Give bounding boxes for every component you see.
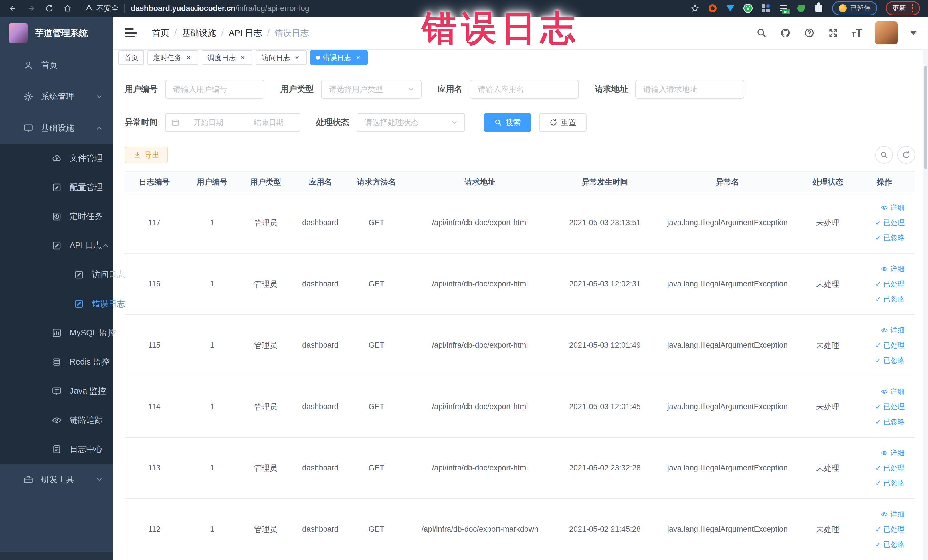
sidebar-item[interactable]: 访问日志 — [0, 260, 113, 289]
breadcrumb-infra[interactable]: 基础设施 — [182, 27, 216, 39]
sidebar-item[interactable]: Java 监控 — [0, 377, 113, 406]
tag-tab[interactable]: 首页 × — [118, 50, 144, 65]
sidebar-item[interactable]: 日志中心 — [0, 435, 113, 464]
breadcrumb-home[interactable]: 首页 — [152, 27, 169, 39]
table-row[interactable]: 115 1 管理员 dashboard GET /api/infra/db-do… — [125, 315, 915, 376]
address-bar[interactable]: dashboard.yudao.iocoder.cn/infra/log/api… — [131, 4, 309, 13]
search-button[interactable]: 搜索 — [484, 113, 531, 132]
user-menu-caret-icon[interactable] — [910, 31, 917, 35]
table-row[interactable]: 112 1 管理员 dashboard GET /api/infra/db-do… — [125, 499, 915, 560]
cell-user-type: 管理员 — [240, 463, 292, 473]
close-icon[interactable]: × — [239, 53, 247, 62]
processed-link[interactable]: ✓已处理 — [875, 402, 905, 411]
chart-icon — [51, 328, 62, 338]
kebab-menu-icon[interactable] — [912, 4, 913, 12]
ext-v-icon[interactable]: V — [743, 3, 753, 13]
detail-link[interactable]: 详细 — [881, 325, 905, 335]
processed-link[interactable]: ✓已处理 — [875, 525, 905, 534]
tag-tab[interactable]: 访问日志 × — [256, 50, 307, 65]
sidebar-item[interactable]: MySQL 监控 — [0, 318, 113, 348]
sidebar-item[interactable]: 文件管理 — [0, 144, 113, 173]
forward-icon[interactable] — [26, 3, 36, 13]
ext-shield-icon[interactable] — [725, 3, 735, 13]
process-status-select[interactable]: 请选择处理状态 — [357, 113, 465, 132]
home-icon[interactable] — [63, 3, 72, 13]
table-row[interactable]: 113 1 管理员 dashboard GET /api/infra/db-do… — [125, 438, 915, 499]
ext-orange-ring-icon[interactable] — [708, 3, 717, 13]
user-id-input[interactable] — [165, 80, 264, 99]
date-range-picker[interactable]: 开始日期 - 结束日期 — [165, 113, 300, 132]
export-button-label: 导出 — [145, 150, 159, 160]
table-row[interactable]: 114 1 管理员 dashboard GET /api/infra/db-do… — [125, 376, 915, 438]
github-icon[interactable] — [780, 27, 791, 38]
breadcrumb-api-log[interactable]: API 日志 — [229, 27, 262, 39]
sidebar-item[interactable]: 链路追踪 — [0, 406, 113, 435]
back-icon[interactable] — [8, 3, 18, 13]
sidebar-item[interactable]: 系统管理 — [0, 81, 113, 112]
close-icon[interactable]: × — [293, 53, 301, 62]
sidebar-item[interactable]: 定时任务 — [0, 202, 113, 231]
app-name-input[interactable] — [470, 80, 579, 99]
app-logo[interactable]: 芋道管理系统 — [0, 17, 113, 50]
cell-request-url: /api/infra/db-doc/export-html — [404, 218, 556, 227]
reload-icon[interactable] — [44, 3, 54, 13]
cell-exception-time: 2021-05-02 21:45:28 — [556, 525, 653, 534]
sidebar-item[interactable]: 错误日志 — [0, 289, 113, 318]
processed-link[interactable]: ✓已处理 — [875, 463, 905, 473]
ext-puzzle-icon[interactable] — [814, 3, 824, 13]
scrollbar-thumb[interactable] — [924, 66, 927, 169]
ignored-link[interactable]: ✓已忽略 — [875, 233, 905, 243]
cell-exception-time: 2021-05-03 12:01:49 — [556, 341, 653, 350]
table-row[interactable]: 116 1 管理员 dashboard GET /api/infra/db-do… — [125, 253, 915, 315]
tag-tab[interactable]: 调度日志 × — [202, 50, 252, 65]
font-size-icon[interactable]: TT — [852, 27, 862, 38]
request-url-input[interactable] — [635, 80, 744, 99]
ext-leaf-icon[interactable] — [796, 3, 806, 13]
help-icon[interactable] — [804, 27, 815, 38]
ignored-link[interactable]: ✓已忽略 — [875, 294, 905, 304]
sidebar-item-label: 研发工具 — [41, 474, 74, 485]
paused-pill[interactable]: 已暂停 — [832, 1, 877, 15]
fullscreen-icon[interactable] — [827, 27, 839, 38]
site-security[interactable]: 不安全 — [85, 3, 119, 14]
close-icon[interactable]: × — [354, 53, 362, 62]
sidebar-item[interactable]: 研发工具 — [0, 464, 113, 495]
bookmark-star-icon[interactable] — [690, 3, 700, 13]
user-type-select[interactable]: 请选择用户类型 — [321, 80, 422, 99]
search-icon[interactable] — [756, 27, 767, 38]
sidebar-item[interactable]: API 日志 — [0, 231, 113, 260]
reset-button[interactable]: 重置 — [539, 113, 586, 132]
avatar[interactable] — [875, 21, 898, 44]
sidebar-item[interactable]: 首页 — [0, 50, 113, 81]
processed-link[interactable]: ✓已处理 — [875, 340, 905, 350]
sidebar-item[interactable]: Redis 监控 — [0, 348, 113, 377]
sidebar-item[interactable]: 基础设施 — [0, 112, 113, 144]
tag-tab[interactable]: 定时任务 × — [148, 50, 198, 65]
update-pill[interactable]: 更新 — [886, 1, 920, 15]
ext-switch-icon[interactable]: on — [778, 3, 788, 13]
tag-tab[interactable]: 错误日志 × — [310, 50, 368, 65]
refresh-table-button[interactable] — [897, 146, 915, 164]
detail-link[interactable]: 详细 — [881, 387, 905, 396]
detail-link[interactable]: 详细 — [881, 203, 905, 212]
user-icon — [23, 60, 34, 71]
ignored-link[interactable]: ✓已忽略 — [875, 478, 905, 488]
hamburger-icon[interactable] — [125, 27, 137, 38]
sidebar-item[interactable]: 配置管理 — [0, 173, 113, 202]
ignored-link[interactable]: ✓已忽略 — [875, 356, 905, 365]
processed-link[interactable]: ✓已处理 — [875, 218, 905, 227]
sidebar-item-label: 链路追踪 — [70, 415, 103, 426]
detail-link[interactable]: 详细 — [881, 264, 905, 273]
paused-label: 已暂停 — [850, 4, 871, 13]
detail-link[interactable]: 详细 — [881, 510, 905, 519]
processed-link[interactable]: ✓已处理 — [875, 279, 905, 289]
sidebar-item-label: 错误日志 — [92, 298, 125, 310]
ignored-link[interactable]: ✓已忽略 — [875, 540, 905, 549]
ignored-link[interactable]: ✓已忽略 — [875, 417, 905, 426]
table-row[interactable]: 117 1 管理员 dashboard GET /api/infra/db-do… — [125, 192, 915, 253]
toggle-search-button[interactable] — [875, 146, 893, 164]
detail-link[interactable]: 详细 — [881, 448, 905, 458]
close-icon[interactable]: × — [185, 53, 192, 62]
ext-grid-icon[interactable] — [761, 3, 771, 13]
export-button[interactable]: 导出 — [125, 146, 168, 163]
